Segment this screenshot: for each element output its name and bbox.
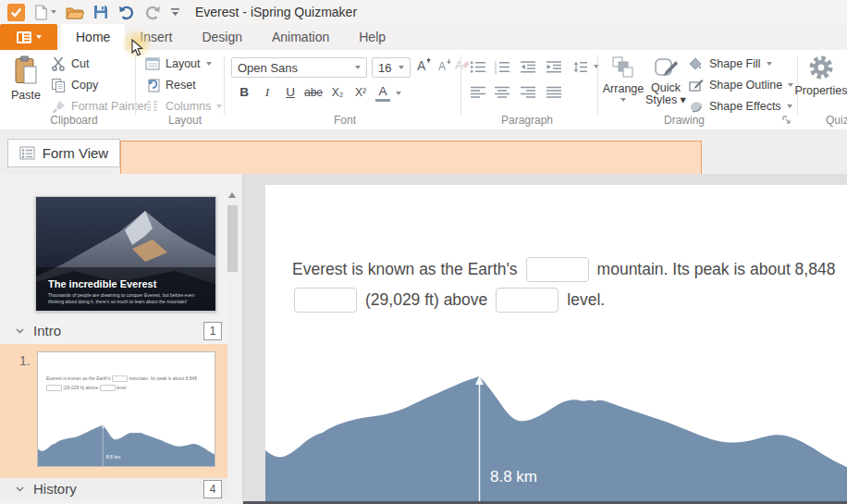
decrease-indent-button[interactable] xyxy=(520,57,536,76)
copy-button[interactable]: Copy xyxy=(51,76,98,94)
thumbnails-scrollbar[interactable] xyxy=(227,179,239,498)
font-family-combobox[interactable]: Open Sans xyxy=(231,57,367,78)
quick-access-options-button[interactable] xyxy=(168,2,182,22)
underline-button[interactable]: U xyxy=(280,83,301,102)
ribbon: Paste Cut Copy Format Painter Clipboard … xyxy=(0,50,847,130)
font-size-caret-icon xyxy=(399,66,404,69)
shape-fill-label: Shape Fill xyxy=(709,57,761,70)
paragraph-group-label: Paragraph xyxy=(472,114,583,127)
shape-fill-button[interactable]: Shape Fill xyxy=(688,55,772,73)
reset-icon xyxy=(145,79,160,92)
italic-button[interactable]: I xyxy=(257,83,277,102)
scrollbar-thumb[interactable] xyxy=(227,205,238,272)
selected-slide-row[interactable]: 1. Everest is known as the Earth's mount… xyxy=(0,344,227,478)
copy-label: Copy xyxy=(71,79,98,92)
superscript-button[interactable]: X² xyxy=(350,83,371,102)
shape-effects-button[interactable]: Shape Effects xyxy=(688,97,792,116)
gear-icon xyxy=(807,54,835,81)
section-intro-label: Intro xyxy=(33,323,61,338)
arrange-icon xyxy=(611,55,635,80)
format-painter-icon xyxy=(51,100,66,114)
clipboard-group-label: Clipboard xyxy=(18,114,129,127)
justify-button[interactable] xyxy=(546,83,562,102)
increase-font-size-button[interactable]: A xyxy=(416,57,436,76)
cut-label: Cut xyxy=(71,57,89,70)
line-spacing-button[interactable] xyxy=(573,57,599,76)
svg-text:3: 3 xyxy=(495,69,497,73)
align-center-button[interactable] xyxy=(494,83,510,102)
bold-button[interactable]: B xyxy=(234,83,254,102)
mini-text-part2: mountain. Its peak is about 8,848 xyxy=(129,375,197,381)
numbered-list-button[interactable]: 123 xyxy=(494,57,510,76)
blank-field-1[interactable] xyxy=(526,257,589,282)
intro-slide-thumbnail[interactable]: The incredible Everest Thousands of peop… xyxy=(35,196,216,312)
main-menu-button[interactable] xyxy=(0,24,57,50)
reset-label: Reset xyxy=(166,79,196,92)
cut-button[interactable]: Cut xyxy=(51,55,89,73)
save-button[interactable] xyxy=(91,2,111,22)
font-size-combobox[interactable]: 16 xyxy=(372,57,411,78)
columns-label: Columns xyxy=(166,100,211,113)
chevron-down-icon xyxy=(16,328,24,334)
mountain-height-label: 8.8 km xyxy=(490,468,537,486)
tab-help[interactable]: Help xyxy=(344,24,400,50)
columns-caret-icon xyxy=(216,104,222,108)
menu-caret-icon xyxy=(36,35,42,39)
shape-outline-button[interactable]: Shape Outline xyxy=(688,76,793,94)
copy-icon xyxy=(51,78,66,92)
layout-button[interactable]: Layout xyxy=(145,55,212,73)
tab-animation[interactable]: Animation xyxy=(257,24,344,50)
strikethrough-button[interactable]: abe xyxy=(303,83,324,102)
mini-mountain-graphic: 8.8 km xyxy=(38,422,215,466)
shape-effects-caret-icon xyxy=(787,104,792,108)
properties-label: Properties xyxy=(795,84,847,97)
columns-button[interactable]: Columns xyxy=(145,97,222,116)
properties-button[interactable]: Properties xyxy=(797,54,845,97)
mini-blank xyxy=(100,385,116,391)
tab-home[interactable]: Home xyxy=(61,24,125,50)
bullet-list-button[interactable] xyxy=(470,57,486,76)
font-family-caret-icon xyxy=(355,66,361,69)
menu-icon xyxy=(17,31,31,43)
shape-outline-icon xyxy=(688,79,704,92)
undo-button[interactable] xyxy=(115,2,138,22)
font-color-caret-icon[interactable] xyxy=(396,92,401,95)
align-left-button[interactable] xyxy=(470,83,486,102)
subscript-button[interactable]: X₂ xyxy=(327,83,348,102)
shape-fill-caret-icon xyxy=(767,62,772,66)
svg-text:A: A xyxy=(438,60,446,73)
slide-1-thumbnail[interactable]: Everest is known as the Earth's mountain… xyxy=(37,351,215,467)
reset-button[interactable]: Reset xyxy=(145,76,196,94)
paste-button[interactable]: Paste xyxy=(7,55,44,102)
drawing-dialog-launcher[interactable] xyxy=(782,116,791,124)
slide: Everest is known as the Earth's mountain… xyxy=(265,185,847,504)
section-intro[interactable]: Intro 1 xyxy=(0,320,227,341)
align-right-button[interactable] xyxy=(520,83,536,102)
section-history[interactable]: History 4 xyxy=(0,478,227,499)
slide-number: 1. xyxy=(19,353,31,368)
sentence-part3: (29,029 ft) above xyxy=(365,290,487,310)
tab-design[interactable]: Design xyxy=(187,24,257,50)
arrange-button[interactable]: Arrange xyxy=(603,55,644,102)
slide-editor-canvas: Everest is known as the Earth's mountain… xyxy=(243,174,847,504)
mini-blank xyxy=(112,375,128,382)
quick-styles-button[interactable]: Quick Styles ▾ xyxy=(645,55,686,106)
increase-indent-button[interactable] xyxy=(546,57,562,76)
mini-slide-text: Everest is known as the Earth's mountain… xyxy=(46,374,205,392)
font-color-button[interactable]: A xyxy=(375,84,390,102)
view-toggle-bar: Form View Slide View xyxy=(0,129,847,174)
new-document-button[interactable] xyxy=(31,2,59,22)
format-painter-button[interactable]: Format Painter xyxy=(51,97,148,116)
scroll-up-icon[interactable] xyxy=(228,192,236,198)
shape-fill-icon xyxy=(688,57,704,71)
blank-field-3[interactable] xyxy=(496,288,559,313)
open-button[interactable] xyxy=(63,2,87,22)
form-view-icon xyxy=(19,146,35,160)
form-view-label: Form View xyxy=(43,145,108,161)
blank-field-2[interactable] xyxy=(294,288,357,313)
mini-text-part3: (29,029 ft) above xyxy=(63,385,98,390)
redo-button[interactable] xyxy=(141,2,165,22)
form-view-button[interactable]: Form View xyxy=(7,139,120,167)
shape-outline-label: Shape Outline xyxy=(709,79,782,92)
shape-effects-icon xyxy=(688,100,704,114)
